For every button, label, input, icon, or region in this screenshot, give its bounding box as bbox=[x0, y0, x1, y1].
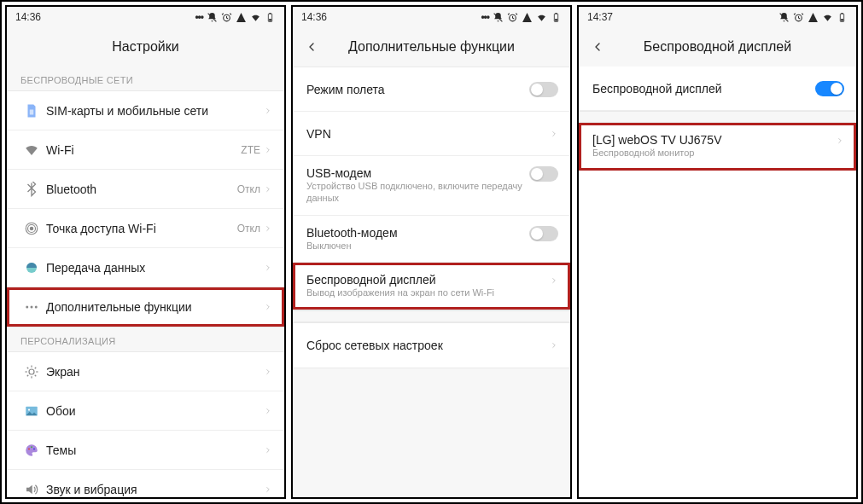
wifi-icon bbox=[822, 12, 833, 23]
row-reset-network[interactable]: Сброс сетевых настроек bbox=[293, 323, 570, 368]
status-icons bbox=[778, 12, 848, 23]
page-title: Настройки bbox=[112, 39, 178, 55]
chevron-right-icon bbox=[550, 338, 558, 353]
page-header: Беспроводной дисплей bbox=[579, 27, 856, 67]
svg-point-10 bbox=[26, 306, 28, 309]
wireless-display-toggle[interactable] bbox=[815, 81, 844, 96]
row-wireless-display[interactable]: Беспроводной дисплей Вывод изображения н… bbox=[293, 263, 570, 310]
clock-label: 14:36 bbox=[15, 11, 41, 23]
row-bluetooth[interactable]: Bluetooth Откл bbox=[7, 170, 284, 209]
chevron-right-icon bbox=[264, 443, 272, 458]
row-wireless-display-toggle[interactable]: Беспроводной дисплей bbox=[579, 67, 856, 111]
row-data-usage[interactable]: Передача данных bbox=[7, 248, 284, 287]
chevron-right-icon bbox=[836, 133, 844, 148]
speaker-icon bbox=[17, 482, 46, 497]
clock-label: 14:36 bbox=[301, 11, 327, 23]
svg-rect-4 bbox=[269, 19, 271, 20]
row-wallpaper[interactable]: Обои bbox=[7, 391, 284, 431]
chevron-right-icon bbox=[264, 142, 272, 158]
usb-toggle[interactable] bbox=[529, 166, 558, 182]
section-wireless-header: БЕСПРОВОДНЫЕ СЕТИ bbox=[7, 67, 284, 90]
alarm-icon bbox=[793, 12, 804, 23]
back-button[interactable] bbox=[587, 37, 608, 57]
row-value: Откл bbox=[237, 223, 260, 235]
row-label: Точка доступа Wi-Fi bbox=[46, 222, 237, 235]
phone-wireless-display: 14:37 Беспроводной дисплей Беспроводной … bbox=[577, 5, 858, 499]
svg-rect-31 bbox=[555, 19, 557, 20]
svg-rect-36 bbox=[841, 19, 843, 20]
row-more-functions[interactable]: Дополнительные функции bbox=[7, 287, 284, 327]
bluetooth-icon bbox=[17, 182, 46, 197]
signal-icon bbox=[808, 12, 819, 23]
row-usb-tether[interactable]: USB-модем Устройство USB подключено, вкл… bbox=[293, 156, 570, 216]
chevron-right-icon bbox=[264, 482, 272, 497]
row-device-lg-tv[interactable]: [LG] webOS TV UJ675V Беспроводной монито… bbox=[579, 123, 856, 171]
svg-point-11 bbox=[31, 306, 33, 309]
wifi-icon bbox=[250, 12, 261, 23]
back-button[interactable] bbox=[301, 37, 322, 57]
alarm-icon bbox=[221, 12, 232, 23]
signal-icon bbox=[236, 12, 247, 23]
sim-icon bbox=[17, 103, 46, 119]
status-icons: ••• bbox=[481, 11, 562, 23]
more-notifications-icon: ••• bbox=[195, 11, 203, 23]
row-label: SIM-карты и мобильные сети bbox=[46, 104, 264, 118]
row-airplane[interactable]: Режим полета bbox=[293, 67, 570, 112]
brightness-icon bbox=[17, 364, 46, 379]
wdisplay-list: Беспроводной дисплей [LG] webOS TV UJ675… bbox=[579, 67, 856, 497]
row-label: USB-модем bbox=[306, 166, 529, 180]
device-type: Беспроводной монитор bbox=[592, 148, 836, 159]
page-header: Дополнительные функции bbox=[293, 27, 570, 67]
phone-settings: 14:36 ••• Настройки БЕСПРОВОДНЫЕ СЕТИ SI… bbox=[5, 5, 286, 499]
chevron-right-icon bbox=[550, 126, 558, 142]
data-icon bbox=[17, 260, 46, 275]
bell-off-icon bbox=[778, 12, 790, 23]
svg-point-13 bbox=[29, 369, 34, 374]
svg-rect-3 bbox=[269, 13, 271, 14]
row-themes[interactable]: Темы bbox=[7, 431, 284, 470]
status-bar: 14:37 bbox=[579, 7, 856, 27]
row-label: Беспроводной дисплей bbox=[306, 273, 550, 287]
row-display[interactable]: Экран bbox=[7, 352, 284, 391]
battery-icon bbox=[265, 12, 276, 23]
row-sublabel: Устройство USB подключено, включите пере… bbox=[306, 181, 529, 205]
row-sound[interactable]: Звук и вибрация bbox=[7, 470, 284, 497]
svg-point-24 bbox=[28, 448, 30, 449]
palette-icon bbox=[17, 443, 46, 458]
row-bt-tether[interactable]: Bluetooth-модем Выключен bbox=[293, 216, 570, 264]
row-label: Беспроводной дисплей bbox=[592, 82, 815, 96]
bt-tether-toggle[interactable] bbox=[529, 226, 558, 241]
more-list: Режим полета VPN USB-модем Устройство US… bbox=[293, 67, 570, 497]
bell-off-icon bbox=[207, 12, 218, 23]
status-bar: 14:36 ••• bbox=[293, 7, 570, 27]
section-gap bbox=[579, 111, 856, 123]
chevron-right-icon bbox=[264, 260, 272, 275]
section-personalization-header: ПЕРСОНАЛИЗАЦИЯ bbox=[7, 327, 284, 351]
row-value: ZTE bbox=[241, 144, 260, 156]
svg-point-25 bbox=[31, 446, 32, 448]
chevron-right-icon bbox=[264, 364, 272, 379]
svg-rect-35 bbox=[841, 13, 843, 14]
row-label: Сброс сетевых настроек bbox=[306, 339, 550, 352]
row-label: Bluetooth bbox=[46, 182, 237, 196]
image-icon bbox=[17, 403, 46, 419]
status-icons: ••• bbox=[195, 11, 276, 23]
row-wifi[interactable]: Wi-Fi ZTE bbox=[7, 130, 284, 170]
row-sim[interactable]: SIM-карты и мобильные сети bbox=[7, 91, 284, 130]
row-label: VPN bbox=[306, 127, 550, 141]
svg-point-23 bbox=[28, 408, 30, 410]
row-label: Дополнительные функции bbox=[46, 300, 264, 314]
row-vpn[interactable]: VPN bbox=[293, 112, 570, 156]
wifi-icon bbox=[17, 142, 46, 158]
airplane-toggle[interactable] bbox=[529, 82, 558, 97]
wifi-icon bbox=[536, 12, 547, 23]
battery-icon bbox=[837, 12, 848, 23]
row-label: Обои bbox=[46, 404, 264, 418]
row-hotspot[interactable]: Точка доступа Wi-Fi Откл bbox=[7, 209, 284, 248]
row-label: Экран bbox=[46, 365, 264, 379]
signal-icon bbox=[522, 12, 533, 23]
page-header: Настройки bbox=[7, 27, 284, 67]
svg-point-26 bbox=[33, 448, 35, 449]
svg-line-21 bbox=[35, 367, 37, 368]
row-label: Режим полета bbox=[306, 83, 529, 96]
